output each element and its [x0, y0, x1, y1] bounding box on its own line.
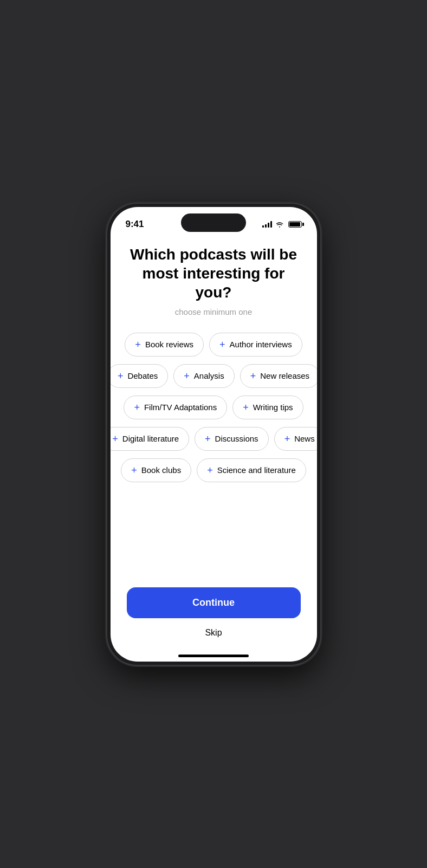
tag-label: Digital literature	[122, 434, 179, 443]
tag-label: Book clubs	[141, 465, 181, 475]
tag-label: Book reviews	[145, 340, 193, 349]
tag-book-clubs[interactable]: + Book clubs	[121, 458, 191, 482]
battery-icon	[288, 221, 302, 228]
tag-label: New releases	[260, 371, 309, 380]
main-content: Which podcasts will be most interesting …	[111, 234, 317, 579]
wifi-icon	[275, 221, 284, 228]
home-bar	[178, 655, 249, 657]
tag-label: Writing tips	[253, 403, 293, 412]
skip-button[interactable]: Skip	[127, 626, 301, 640]
tag-label: Analysis	[194, 371, 224, 380]
page-title: Which podcasts will be most interesting …	[127, 245, 301, 302]
tag-new-releases[interactable]: + New releases	[240, 364, 317, 388]
status-icons	[262, 221, 302, 228]
tag-label: Discussions	[215, 434, 258, 443]
phone-screen: 9:41 Which podcasts will be most interes…	[111, 207, 317, 662]
plus-icon: +	[250, 371, 256, 381]
plus-icon: +	[135, 340, 141, 349]
plus-icon: +	[207, 465, 213, 475]
tag-label: Author interviews	[230, 340, 292, 349]
tag-label: Debates	[127, 371, 158, 380]
plus-icon: +	[243, 403, 249, 412]
dynamic-island	[181, 213, 246, 232]
plus-icon: +	[118, 371, 124, 381]
plus-icon: +	[134, 403, 140, 412]
tags-row-4: + Digital literature + Discussions + New…	[127, 427, 301, 451]
plus-icon: +	[184, 371, 190, 381]
home-indicator	[111, 651, 317, 662]
tag-news[interactable]: + News	[274, 427, 317, 451]
continue-button[interactable]: Continue	[127, 587, 301, 618]
tag-debates[interactable]: + Debates	[111, 364, 169, 388]
tag-label: Film/TV Adaptations	[144, 403, 217, 412]
tags-row-1: + Book reviews + Author interviews	[127, 333, 301, 357]
tags-container: + Book reviews + Author interviews + Deb…	[127, 333, 301, 568]
tag-label: News	[294, 434, 315, 443]
tag-discussions[interactable]: + Discussions	[195, 427, 269, 451]
tags-row-5: + Book clubs + Science and literature	[127, 458, 301, 482]
tags-row-3: + Film/TV Adaptations + Writing tips	[127, 396, 301, 419]
page-subtitle: choose minimum one	[127, 307, 301, 316]
footer: Continue Skip	[111, 579, 317, 651]
phone-frame: 9:41 Which podcasts will be most interes…	[107, 204, 320, 665]
tag-label: Science and literature	[217, 465, 296, 475]
tag-analysis[interactable]: + Analysis	[173, 364, 234, 388]
tag-writing-tips[interactable]: + Writing tips	[232, 396, 303, 419]
plus-icon: +	[219, 340, 225, 349]
tag-author-interviews[interactable]: + Author interviews	[209, 333, 302, 357]
tag-science-literature[interactable]: + Science and literature	[197, 458, 306, 482]
signal-icon	[262, 221, 272, 228]
status-time: 9:41	[126, 219, 144, 230]
plus-icon: +	[205, 434, 211, 444]
tag-film-tv[interactable]: + Film/TV Adaptations	[124, 396, 227, 419]
plus-icon: +	[284, 434, 290, 444]
plus-icon: +	[131, 465, 137, 475]
tag-digital-literature[interactable]: + Digital literature	[111, 427, 190, 451]
tag-book-reviews[interactable]: + Book reviews	[125, 333, 204, 357]
tags-row-2: + Debates + Analysis + New releases	[127, 364, 301, 388]
plus-icon: +	[112, 434, 118, 444]
